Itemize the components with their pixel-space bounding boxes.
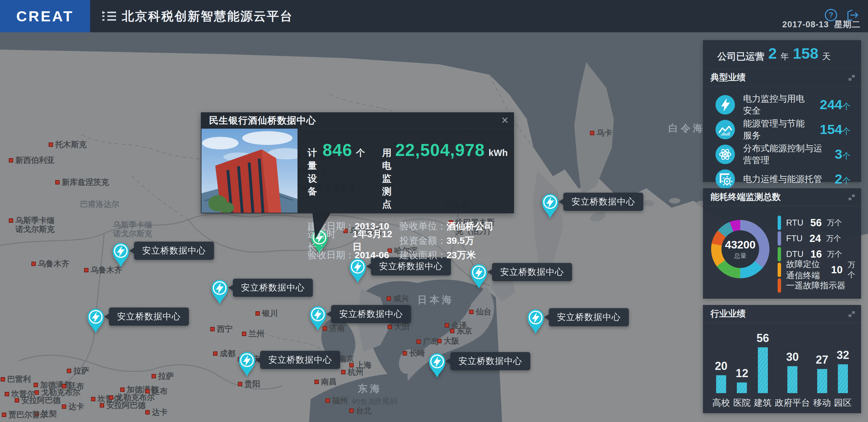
map-marker-cyan[interactable]: 安立桥数据中心 (237, 351, 257, 377)
expand-icon[interactable] (848, 75, 855, 80)
close-icon[interactable]: × (501, 114, 508, 126)
legend-item: RTU56万个 (778, 215, 856, 231)
typical-item-label: 能源管理与节能服务 (743, 118, 811, 141)
legend-color-bar (778, 263, 781, 277)
detail-value: 酒仙桥公司 (446, 220, 494, 233)
map-marker-cyan[interactable]: 安立桥数据中心 (210, 279, 230, 305)
typical-item[interactable]: 分布式能源控制与运营管理3个 (703, 142, 861, 167)
lightning-pin-icon (469, 263, 489, 289)
donut-ring: 43200 总量 (711, 220, 770, 278)
lightning-pin-icon (427, 352, 447, 379)
typical-item[interactable]: 能源管理与节能服务154个 (703, 117, 861, 142)
detail-value: 2014-06 (354, 250, 389, 260)
detail-label: 建设面积： (400, 249, 446, 262)
industry-bar-chart: 20高校12医院56建筑30政府平台27移动32园区 (703, 323, 861, 413)
typical-performance-list: 电力监控与用电安全244个能源管理与节能服务154个分布式能源控制与运营管理3个… (703, 87, 861, 191)
lightning-pin-icon (308, 305, 328, 331)
bar-category-label: 建筑 (754, 397, 772, 409)
legend-label: 一遥故障指示器 (786, 280, 845, 291)
stat-label: 计量设备 (308, 147, 319, 198)
map-marker-label[interactable]: 安立桥数据中心 (233, 279, 313, 297)
typical-item-value: 244个 (820, 97, 850, 112)
legend-color-bar (778, 247, 781, 261)
bar-value-label: 20 (715, 360, 727, 373)
map-marker-label[interactable]: 安立桥数据中心 (549, 308, 629, 326)
terminals-donut-chart: 43200 总量 RTU56万个FTU24万个DTU16万个故障定位通信终端10… (703, 206, 861, 300)
detail-label: 投资金额： (400, 234, 446, 247)
bar (716, 375, 726, 393)
bar (787, 366, 797, 393)
bar-column: 12医院 (733, 332, 751, 409)
stat-unit: kWh (489, 148, 508, 158)
expand-icon[interactable] (848, 195, 855, 200)
typical-item-value: 154个 (820, 122, 850, 137)
bar-column: 32园区 (834, 332, 852, 409)
expand-icon[interactable] (848, 311, 855, 317)
legend-color-bar (778, 231, 781, 246)
top-header: CREAT 北京科税创新智慧能源云平台 ? 2017-08-13 星期二 (0, 0, 868, 32)
menu-icon[interactable] (101, 9, 117, 25)
right-sidebar: 公司已运营 2 年 158 天 典型业绩 电力监控与用电安全244个能源管理与节… (703, 40, 861, 413)
map-marker-cyan[interactable]: 安立桥数据中心 (111, 241, 131, 268)
lightning-pin-icon (111, 241, 131, 268)
map-marker-cyan[interactable]: 安立桥数据中心 (540, 193, 560, 219)
bar-column: 20高校 (712, 332, 730, 409)
map-marker-label[interactable]: 安立桥数据中心 (563, 193, 643, 211)
legend-color-bar (778, 278, 781, 293)
legend-color-bar (778, 216, 781, 230)
map-marker-label[interactable]: 安立桥数据中心 (109, 307, 189, 326)
popup-body: 计量设备846个用电监测点22,504,978kWh 建设日期：2013-10运… (308, 129, 508, 213)
typical-item-label: 电力运维与能源托管 (743, 173, 827, 185)
popup-pointer-tail (313, 213, 334, 239)
building-photo (202, 129, 298, 213)
bar-category-label: 高校 (712, 397, 730, 409)
operation-days: 158 (793, 44, 818, 62)
section-header-terminals: 能耗终端监测总数 (703, 188, 861, 206)
popup-stat: 计量设备846个 (308, 140, 365, 198)
map-marker-cyan[interactable]: 安立桥数据中心 (526, 308, 546, 334)
stat-unit: 个 (356, 147, 365, 159)
legend-label: RTU (786, 218, 803, 228)
legend-unit: 万个 (826, 233, 841, 244)
detail-label: 验收单位： (400, 220, 446, 233)
legend-item: 故障定位通信终端10万个 (778, 262, 856, 278)
brand-logo: CREAT (0, 0, 90, 32)
map-marker-cyan[interactable]: 安立桥数据中心 (427, 352, 447, 379)
lightning-pin-icon (526, 308, 546, 334)
map-marker-label[interactable]: 安立桥数据中心 (260, 351, 340, 369)
detail-value: 23万米 (446, 249, 476, 262)
donut-total: 43200 (725, 238, 755, 251)
stat-value: 22,504,978 (395, 140, 485, 160)
datacenter-info-popup: 民生银行酒仙桥数据中心 × (201, 112, 514, 213)
map-marker-label[interactable]: 安立桥数据中心 (450, 352, 530, 370)
legend-value: 56 (810, 217, 822, 229)
bar-value-label: 32 (837, 349, 849, 362)
legend-label: DTU (786, 250, 804, 259)
legend-value: 10 (831, 264, 843, 276)
map-marker-label[interactable]: 安立桥数据中心 (134, 241, 214, 260)
typical-item[interactable]: 电力运维与能源托管2个 (703, 167, 861, 191)
panel-typical-performance: 公司已运营 2 年 158 天 典型业绩 电力监控与用电安全244个能源管理与节… (703, 40, 861, 182)
donut-legend: RTU56万个FTU24万个DTU16万个故障定位通信终端10万个一遥故障指示器 (778, 214, 856, 294)
map-marker-cyan[interactable]: 安立桥数据中心 (86, 307, 106, 334)
bar-column: 56建筑 (754, 332, 772, 409)
map-marker-label[interactable]: 安立桥数据中心 (331, 305, 411, 323)
typical-item[interactable]: 电力监控与用电安全244个 (703, 92, 861, 117)
map-marker-cyan[interactable]: 安立桥数据中心 (469, 263, 489, 289)
lightning-icon (715, 95, 735, 115)
map-marker-cyan[interactable]: 安立桥数据中心 (308, 305, 328, 331)
popup-detail-row: 建设面积：23万米 (400, 248, 508, 262)
legend-item: 一遥故障指示器 (778, 278, 856, 293)
lightning-pin-icon (86, 307, 106, 334)
popup-detail-row: 验收单位：酒仙桥公司 (400, 219, 508, 233)
section-header-typical: 典型业绩 (703, 69, 861, 87)
bar-value-label: 27 (816, 353, 829, 366)
map-marker-label[interactable]: 安立桥数据中心 (492, 263, 572, 281)
lightning-pin-icon (237, 351, 257, 377)
building-photo-image (202, 129, 298, 213)
company-operation-row: 公司已运营 2 年 158 天 (703, 40, 861, 69)
legend-unit: 万个 (827, 249, 842, 259)
svg-text:?: ? (829, 11, 834, 19)
legend-item: FTU24万个 (778, 231, 856, 246)
typical-item-value: 2个 (835, 171, 850, 187)
